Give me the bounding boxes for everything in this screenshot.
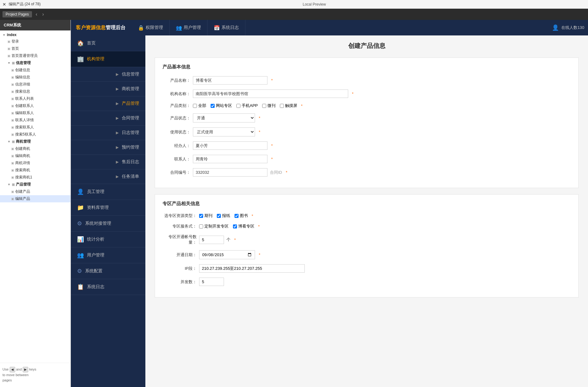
tree-item-edit-product[interactable]: ▣ 编辑产品	[0, 195, 71, 202]
side-nav-info[interactable]: ▶ 信息管理	[71, 67, 145, 82]
page-icon: ▣	[7, 40, 10, 43]
resource-type-label: 选专区资源类型：	[162, 213, 197, 219]
side-nav-usermgmt[interactable]: 👥 用户管理	[71, 247, 145, 263]
nav-next-arrow[interactable]: ›	[41, 12, 45, 17]
cat-touch-checkbox[interactable]	[280, 104, 284, 108]
tree-item-create-contact[interactable]: ▣ 创建联系人	[0, 102, 71, 109]
tree-item-index[interactable]: ▼ index	[0, 32, 71, 38]
side-nav: 🏠 首页 🏢 机构管理 ▶ 信息管理 ▶ 商机管理 ▶ 产品管理	[71, 35, 145, 387]
tree-item-search-opp[interactable]: ▣ 搜索商机	[0, 167, 71, 174]
nav-prev-arrow[interactable]: ‹	[34, 12, 39, 17]
contract-no-input[interactable]	[193, 168, 267, 177]
res-newspaper-checkbox[interactable]	[217, 214, 221, 218]
cat-app[interactable]: 手机APP	[236, 103, 258, 108]
side-nav-aftersale[interactable]: ▶ 售后日志	[71, 155, 145, 169]
required-star: *	[252, 214, 253, 218]
tree-collapse-icon: ▼	[2, 33, 6, 37]
tree-item-contact-list[interactable]: ▣ 联系人列表	[0, 95, 71, 102]
tree-item-login[interactable]: ▣ 登录	[0, 38, 71, 45]
row-contact: 联系人： *	[162, 155, 571, 163]
side-nav-product[interactable]: ▶ 产品管理	[71, 96, 145, 111]
side-nav-log-label: 日志管理	[122, 130, 139, 136]
tree-item-contact-detail[interactable]: ▣ 联系人详情	[0, 117, 71, 124]
nav-users-label: 用户管理	[184, 25, 201, 30]
arrow-icon: ▶	[116, 87, 119, 91]
cat-all-checkbox[interactable]	[193, 104, 197, 108]
tree-item-edit-contact[interactable]: ▣ 编辑联系人	[0, 109, 71, 117]
nav-right: 👤 在线人数130	[552, 24, 588, 31]
project-pages-button[interactable]: Project Pages	[2, 11, 32, 17]
person-icon: 👤	[77, 188, 84, 195]
svc-custom[interactable]: 定制开发专区	[199, 223, 229, 229]
brand-highlight: 客户资源信息	[76, 25, 106, 30]
svc-bokan-checkbox[interactable]	[233, 224, 237, 228]
cat-weikan-checkbox[interactable]	[262, 104, 266, 108]
cat-all[interactable]: 全部	[193, 103, 206, 108]
res-newspaper[interactable]: 报纸	[217, 213, 230, 219]
res-book[interactable]: 图书	[235, 213, 248, 219]
tree-item-create-info[interactable]: ▣ 创建信息	[0, 67, 71, 74]
page-icon: ▣	[11, 118, 14, 122]
side-nav-resources[interactable]: 📁 资料库管理	[71, 200, 145, 216]
side-nav-stats[interactable]: 📊 统计分析	[71, 232, 145, 247]
ip-range-input[interactable]	[199, 264, 305, 273]
svc-custom-checkbox[interactable]	[199, 224, 203, 228]
page-icon: ▣	[11, 168, 14, 172]
res-book-checkbox[interactable]	[235, 214, 239, 218]
res-journal[interactable]: 期刊	[199, 213, 212, 219]
side-nav-opportunity[interactable]: ▶ 商机管理	[71, 82, 145, 96]
row-product-name: 产品名称： *	[162, 76, 571, 85]
tree-item-edit-info[interactable]: ▣ 编辑信息	[0, 74, 71, 81]
cat-touch[interactable]: 触摸屏	[280, 103, 297, 108]
ip-range-label: IP段：	[162, 266, 197, 271]
side-nav-contract[interactable]: ▶ 合同管理	[71, 111, 145, 126]
side-nav-home[interactable]: 🏠 首页	[71, 35, 145, 51]
side-nav-appointment[interactable]: ▶ 预约管理	[71, 140, 145, 155]
tree-bottom-hint: Use ◀ and ▶ keysto move betweenpages	[0, 363, 71, 387]
tree-item-search5-contact[interactable]: ▣ 搜索5联系人	[0, 131, 71, 138]
nav-item-permissions[interactable]: 🔒 权限管理	[132, 20, 170, 35]
open-date-input[interactable]	[199, 250, 255, 259]
side-nav-config[interactable]: ⚙ 系统配置	[71, 263, 145, 279]
contact-input[interactable]	[193, 155, 267, 163]
row-handler: 经办人： *	[162, 141, 571, 150]
use-status-select[interactable]: 正式使用 试用	[193, 127, 255, 136]
page-icon: ▣	[11, 133, 14, 136]
account-count-input[interactable]	[199, 236, 224, 244]
tree-group-product[interactable]: ▼ ▣ 产品管理	[0, 181, 71, 188]
res-journal-checkbox[interactable]	[199, 214, 203, 218]
nav-item-users[interactable]: 👥 用户管理	[170, 20, 207, 35]
tree-item-create-product[interactable]: ▣ 创建产品	[0, 188, 71, 195]
cat-weikan[interactable]: 微刊	[262, 103, 276, 108]
page-info: 编辑产品 (24 of 78)	[9, 2, 41, 7]
tree-group-info[interactable]: ▼ ▣ 信息管理	[0, 59, 71, 67]
tree-group-opportunity[interactable]: ▼ ▣ 商机管理	[0, 138, 71, 145]
tree-item-info-detail[interactable]: ▣ 信息详细	[0, 81, 71, 88]
tree-item-search-contact[interactable]: ▣ 搜索联系人	[0, 124, 71, 131]
tree-item-search-info[interactable]: ▣ 搜索信息	[0, 88, 71, 95]
tree-item-home[interactable]: ▣ 首页	[0, 45, 71, 52]
cat-app-checkbox[interactable]	[236, 104, 240, 108]
product-name-input[interactable]	[193, 76, 267, 85]
side-nav-syslog2[interactable]: 📋 系统日志	[71, 279, 145, 295]
concurrent-input[interactable]	[199, 278, 224, 286]
handler-input[interactable]	[193, 141, 267, 150]
tree-item-create-opp[interactable]: ▣ 创建商机	[0, 145, 71, 152]
tree-item-home-admin[interactable]: ▣ 首页普通管理员	[0, 52, 71, 59]
org-name-input[interactable]	[193, 90, 348, 98]
cat-website[interactable]: 网站专区	[211, 103, 232, 108]
product-status-select[interactable]: 开通 关闭	[193, 113, 255, 122]
side-nav-staff[interactable]: 👤 员工管理	[71, 184, 145, 200]
nav-item-syslog[interactable]: 📅 系统日志	[207, 20, 245, 35]
cat-website-checkbox[interactable]	[211, 104, 215, 108]
side-nav-sysconnect[interactable]: ⚙ 系统对接管理	[71, 216, 145, 232]
svc-bokan[interactable]: 博看专区	[233, 223, 254, 229]
close-icon[interactable]: ✕	[2, 2, 6, 7]
tree-item-opp-detail[interactable]: ▣ 商机详情	[0, 159, 71, 167]
side-nav-log[interactable]: ▶ 日志管理	[71, 126, 145, 140]
tree-item-search-opp1[interactable]: ▣ 搜索商机1	[0, 174, 71, 181]
chart-icon: 📊	[77, 236, 84, 243]
tree-item-edit-opp[interactable]: ▣ 编辑商机	[0, 152, 71, 159]
side-nav-tasks[interactable]: ▶ 任务清单	[71, 169, 145, 184]
side-nav-org[interactable]: 🏢 机构管理	[71, 51, 145, 67]
